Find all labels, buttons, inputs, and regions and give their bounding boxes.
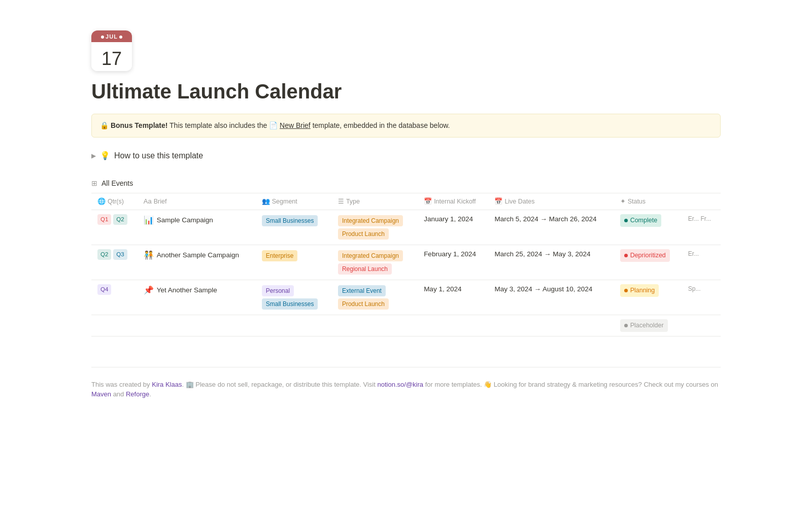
live-dates-cell-empty <box>488 315 614 336</box>
footer: This was created by Kira Klaas. 🏢 Please… <box>91 367 721 399</box>
table-section: ⊞ All Events 🌐Qtr(s) AaBrief 👥Segment ☰T… <box>91 178 721 336</box>
brief-icon: 📌 <box>144 284 154 296</box>
col-status: ✦Status <box>614 193 682 210</box>
status-cell-placeholder: Placeholder <box>614 315 682 336</box>
footer-text: This was created by Kira Klaas. 🏢 Please… <box>91 380 721 399</box>
type-tag-integrated: Integrated Campaign <box>338 250 403 261</box>
bonus-text: This template also includes the 📄 New Br… <box>170 121 450 129</box>
qtr-cell: Q1 Q2 <box>91 210 138 245</box>
brief-icon: 📊 <box>144 214 154 226</box>
status-label: Deprioritized <box>630 251 666 260</box>
page-container: JUL 17 Ultimate Launch Calendar 🔒 Bonus … <box>51 0 761 440</box>
col-live-dates: 📅Live Dates <box>488 193 614 210</box>
segment-tag: Small Businesses <box>262 215 318 226</box>
qtr-cell: Q2 Q3 <box>91 245 138 280</box>
status-label: Complete <box>630 216 658 225</box>
table-title: All Events <box>101 178 133 189</box>
type-tag-integrated: Integrated Campaign <box>338 215 403 226</box>
status-badge-complete: Complete <box>620 214 662 227</box>
status-badge-deprioritized: Deprioritized <box>620 249 670 262</box>
live-dates-cell: May 3, 2024 → August 10, 2024 <box>488 280 614 315</box>
how-to-toggle[interactable]: ▶ 💡 How to use this template <box>91 150 721 162</box>
overflow-cell-empty <box>682 315 721 336</box>
live-dates-cell: March 25, 2024 → May 3, 2024 <box>488 245 614 280</box>
live-dates-cell: March 5, 2024 → March 26, 2024 <box>488 210 614 245</box>
page-title: Ultimate Launch Calendar <box>91 79 721 104</box>
col-qtr: 🌐Qtr(s) <box>91 193 138 210</box>
type-cell: Integrated Campaign Product Launch <box>332 210 418 245</box>
col-kickoff: 📅Internal Kickoff <box>418 193 488 210</box>
author-link[interactable]: Kira Klaas <box>152 381 182 388</box>
brief-name: Yet Another Sample <box>157 285 217 295</box>
segment-cell: Personal Small Businesses <box>256 280 332 315</box>
kickoff-cell: May 1, 2024 <box>418 280 488 315</box>
type-tag-product: Product Launch <box>338 298 389 310</box>
maven-link[interactable]: Maven <box>91 390 111 398</box>
segment-tag-personal: Personal <box>262 285 294 296</box>
segment-cell: Small Businesses <box>256 210 332 245</box>
calendar-month: JUL <box>91 30 132 42</box>
col-overflow <box>682 193 721 210</box>
kickoff-cell: February 1, 2024 <box>418 245 488 280</box>
overflow-cell: Er... Fr... <box>682 210 721 245</box>
type-cell-empty <box>332 315 418 336</box>
table-header: ⊞ All Events <box>91 178 721 189</box>
segment-cell: Enterprise <box>256 245 332 280</box>
brief-cell[interactable]: 🧑‍🤝‍🧑 Another Sample Campaign <box>138 245 256 280</box>
qtr-badge-q4: Q4 <box>97 284 111 295</box>
qtr-cell: Q4 <box>91 280 138 315</box>
status-cell: Planning <box>614 280 682 315</box>
reforge-link[interactable]: Reforge <box>126 390 149 398</box>
qtr-badge-q3: Q3 <box>113 249 127 260</box>
overflow-cell: Sp... <box>682 280 721 315</box>
status-label: Placeholder <box>630 321 664 330</box>
brief-cell[interactable]: 📌 Yet Another Sample <box>138 280 256 315</box>
calendar-day: 17 <box>91 42 132 72</box>
qtr-badge-q2: Q2 <box>97 249 111 260</box>
type-cell: Integrated Campaign Regional Launch <box>332 245 418 280</box>
status-cell: Deprioritized <box>614 245 682 280</box>
status-dot <box>624 254 628 257</box>
calendar-icon: JUL 17 <box>91 30 132 71</box>
qtr-cell-empty <box>91 315 138 336</box>
status-dot <box>624 289 628 292</box>
col-type: ☰Type <box>332 193 418 210</box>
qtr-badge-q1: Q1 <box>97 214 111 225</box>
type-cell: External Event Product Launch <box>332 280 418 315</box>
brief-cell[interactable]: 📊 Sample Campaign <box>138 210 256 245</box>
overflow-cell: Er... <box>682 245 721 280</box>
segment-tag-small-biz: Small Businesses <box>262 298 318 310</box>
kickoff-cell-empty <box>418 315 488 336</box>
table-row: Q2 Q3 🧑‍🤝‍🧑 Another Sample Campaign Ente… <box>91 245 721 280</box>
segment-cell-empty <box>256 315 332 336</box>
status-cell: Complete <box>614 210 682 245</box>
brief-name: Another Sample Campaign <box>157 250 239 260</box>
type-tag-regional: Regional Launch <box>338 263 392 275</box>
type-tag-product: Product Launch <box>338 228 389 240</box>
table-row-empty: Placeholder <box>91 315 721 336</box>
toggle-arrow-icon: ▶ <box>91 151 96 160</box>
brief-icon: 🧑‍🤝‍🧑 <box>144 249 154 261</box>
bonus-banner: 🔒 Bonus Template! This template also inc… <box>91 114 721 138</box>
table-header-row: 🌐Qtr(s) AaBrief 👥Segment ☰Type 📅Internal… <box>91 193 721 210</box>
qtr-badge-q2: Q2 <box>113 214 127 225</box>
site-link[interactable]: notion.so/@kira <box>377 381 423 388</box>
col-brief: AaBrief <box>138 193 256 210</box>
brief-name: Sample Campaign <box>157 215 213 225</box>
new-brief-link[interactable]: New Brief <box>280 121 311 129</box>
table-icon: ⊞ <box>91 178 97 189</box>
table-row: Q4 📌 Yet Another Sample Personal Small B… <box>91 280 721 315</box>
database-table: 🌐Qtr(s) AaBrief 👥Segment ☰Type 📅Internal… <box>91 193 721 336</box>
brief-cell-empty[interactable] <box>138 315 256 336</box>
kickoff-cell: January 1, 2024 <box>418 210 488 245</box>
col-segment: 👥Segment <box>256 193 332 210</box>
type-tag-external: External Event <box>338 285 386 296</box>
bonus-lock-icon: 🔒 <box>100 121 109 129</box>
table-row: Q1 Q2 📊 Sample Campaign Small Businesses <box>91 210 721 245</box>
toggle-label: How to use this template <box>114 150 203 162</box>
toggle-icon: 💡 <box>100 150 110 162</box>
status-dot <box>624 219 628 222</box>
bonus-bold-text: Bonus Template! <box>111 121 168 129</box>
status-badge-placeholder: Placeholder <box>620 319 668 332</box>
status-badge-planning: Planning <box>620 284 659 297</box>
